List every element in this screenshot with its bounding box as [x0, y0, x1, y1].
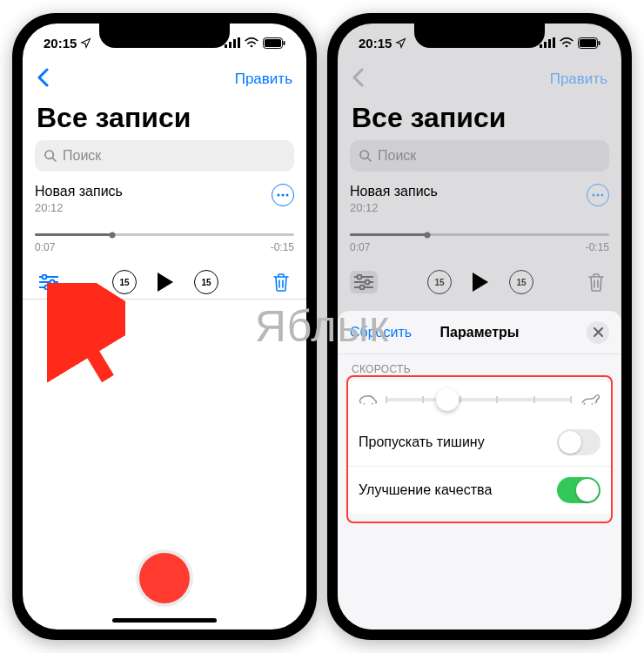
edit-button[interactable]: Править — [550, 71, 607, 88]
svg-rect-27 — [599, 41, 600, 45]
scrubber-times: 0:07 -0:15 — [350, 241, 609, 253]
svg-point-24 — [566, 45, 568, 48]
svg-point-34 — [358, 275, 362, 279]
svg-line-29 — [367, 158, 371, 161]
battery-icon — [578, 37, 600, 49]
sheet-header: Сбросить Параметры — [338, 311, 621, 354]
recording-name: Новая запись — [35, 184, 123, 199]
speed-section-label: СКОРОСТЬ — [338, 354, 621, 380]
delete-button[interactable] — [268, 269, 294, 295]
recording-time: 20:12 — [350, 201, 438, 214]
skip-silence-label: Пропускать тишину — [359, 434, 485, 450]
svg-rect-22 — [548, 39, 551, 48]
scrubber-knob[interactable] — [425, 232, 431, 238]
status-time: 20:15 — [44, 36, 77, 50]
play-button[interactable] — [158, 273, 173, 292]
svg-point-4 — [251, 45, 253, 48]
notch — [99, 24, 230, 48]
more-button[interactable] — [272, 184, 294, 206]
location-icon — [395, 37, 406, 49]
scrubber-knob[interactable] — [110, 232, 116, 238]
recording-name: Новая запись — [350, 184, 438, 199]
svg-point-32 — [601, 194, 604, 197]
svg-point-10 — [278, 194, 280, 197]
remaining-time: -0:15 — [271, 241, 294, 253]
hare-icon — [580, 393, 600, 407]
location-icon — [80, 37, 91, 49]
sliders-icon — [354, 274, 373, 290]
speed-slider[interactable] — [386, 398, 571, 401]
ellipsis-icon — [277, 193, 289, 197]
divider — [23, 299, 306, 300]
phone-frame-left: 20:15 Править Все записи Поиск — [12, 13, 317, 640]
trash-icon — [587, 273, 605, 292]
svg-point-12 — [286, 194, 289, 197]
scrubber[interactable] — [35, 233, 294, 236]
enhance-label: Улучшение качества — [359, 482, 492, 498]
back-button[interactable] — [352, 66, 364, 93]
skip-forward-button[interactable]: 15 — [509, 270, 533, 294]
skip-silence-row: Пропускать тишину — [346, 419, 613, 466]
svg-rect-6 — [265, 39, 281, 47]
edit-button[interactable]: Править — [235, 71, 292, 88]
recording-item[interactable]: Новая запись 20:12 0:07 -0:15 — [35, 184, 294, 295]
elapsed-time: 0:07 — [350, 241, 370, 253]
options-sheet: Сбросить Параметры СКОРОСТЬ — [338, 311, 621, 629]
close-button[interactable] — [587, 321, 609, 344]
svg-rect-26 — [580, 39, 596, 47]
search-field[interactable]: Поиск — [35, 140, 294, 172]
skip-back-button[interactable]: 15 — [427, 270, 452, 294]
svg-line-9 — [52, 158, 56, 161]
speed-row — [346, 380, 613, 419]
sheet-title: Параметры — [440, 325, 520, 340]
battery-icon — [263, 37, 285, 49]
skip-silence-toggle[interactable] — [557, 429, 600, 455]
delete-button[interactable] — [583, 269, 609, 295]
status-time: 20:15 — [359, 36, 392, 50]
svg-rect-3 — [238, 37, 240, 48]
notch — [414, 24, 545, 48]
play-button[interactable] — [473, 273, 488, 292]
chevron-left-icon — [352, 68, 364, 87]
svg-rect-23 — [553, 37, 555, 48]
close-icon — [594, 327, 603, 337]
screen-left: 20:15 Править Все записи Поиск — [23, 24, 306, 629]
scrubber-times: 0:07 -0:15 — [35, 241, 294, 253]
more-button[interactable] — [587, 184, 609, 206]
playback-options-button[interactable] — [350, 271, 378, 293]
search-field[interactable]: Поиск — [350, 140, 609, 172]
phone-frame-right: 20:15 Править Все записи Поиск — [327, 13, 632, 640]
svg-point-38 — [360, 286, 365, 290]
svg-point-14 — [43, 275, 47, 279]
svg-rect-20 — [540, 44, 542, 48]
svg-rect-7 — [284, 41, 285, 45]
recording-item: Новая запись 20:12 0:07 -0:15 — [350, 184, 609, 295]
svg-point-11 — [282, 194, 285, 197]
search-icon — [359, 149, 372, 163]
home-indicator — [112, 618, 217, 623]
svg-point-31 — [597, 194, 600, 197]
skip-forward-button[interactable]: 15 — [194, 270, 218, 294]
svg-point-36 — [366, 280, 370, 285]
trash-icon — [272, 273, 290, 292]
screen-right: 20:15 Править Все записи Поиск — [338, 24, 621, 629]
reset-button[interactable]: Сбросить — [350, 325, 412, 340]
wifi-icon — [245, 37, 258, 48]
search-icon — [44, 149, 57, 163]
enhance-row: Улучшение качества — [346, 466, 613, 514]
nav-bar: Править — [23, 62, 306, 97]
back-button[interactable] — [37, 66, 49, 93]
playback-options-button[interactable] — [35, 271, 63, 293]
speed-knob[interactable] — [436, 388, 459, 411]
enhance-toggle[interactable] — [557, 477, 600, 503]
options-group: Пропускать тишину Улучшение качества — [346, 380, 613, 514]
page-title: Все записи — [352, 102, 506, 134]
skip-back-button[interactable]: 15 — [112, 270, 137, 294]
search-placeholder: Поиск — [63, 148, 101, 164]
sliders-icon — [39, 274, 58, 290]
scrubber-fill — [350, 233, 427, 236]
scrubber[interactable] — [350, 233, 609, 236]
wifi-icon — [560, 37, 574, 48]
elapsed-time: 0:07 — [35, 241, 55, 253]
record-button[interactable] — [139, 553, 190, 603]
